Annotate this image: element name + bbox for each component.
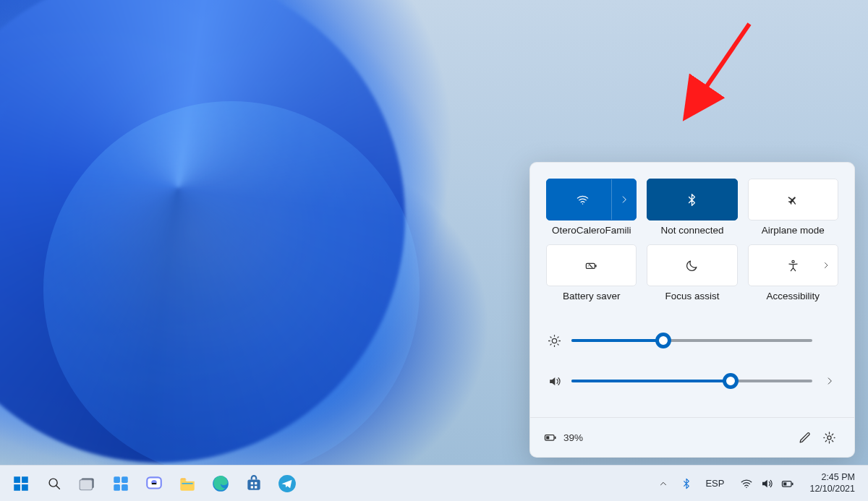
chevron-right-icon [822, 261, 830, 270]
svg-rect-14 [22, 484, 28, 491]
battery-percent-text: 39% [563, 432, 583, 443]
airplane-mode-label: Airplane mode [748, 225, 838, 236]
chevron-right-icon [619, 194, 629, 205]
bluetooth-icon [685, 193, 699, 207]
telegram-button[interactable] [272, 468, 302, 499]
gear-icon [822, 431, 836, 445]
widgets-button[interactable] [106, 468, 136, 499]
battery-saver-label: Battery saver [546, 291, 637, 301]
annotation-arrow [655, 18, 764, 127]
sliders-section [546, 317, 838, 414]
accessibility-icon [786, 259, 800, 273]
search-button[interactable] [39, 468, 69, 499]
svg-point-5 [792, 260, 794, 262]
microsoft-store-button[interactable] [239, 468, 269, 499]
task-view-button[interactable] [72, 468, 103, 499]
chevron-right-icon [825, 376, 835, 386]
svg-point-10 [827, 435, 830, 439]
svg-rect-17 [80, 479, 92, 489]
volume-icon [548, 374, 561, 388]
svg-point-1 [582, 203, 584, 205]
svg-point-6 [552, 338, 556, 343]
svg-rect-30 [251, 486, 253, 488]
svg-rect-25 [182, 482, 192, 484]
svg-rect-18 [114, 476, 120, 483]
battery-saver-icon [584, 259, 598, 273]
battery-status[interactable]: 39% [543, 430, 583, 445]
battery-icon [780, 476, 795, 491]
svg-point-4 [588, 265, 589, 266]
airplane-icon [786, 193, 800, 207]
svg-rect-9 [546, 436, 549, 439]
svg-point-33 [746, 487, 748, 488]
battery-icon [543, 430, 558, 445]
svg-rect-13 [14, 484, 20, 491]
search-icon [46, 476, 62, 492]
svg-rect-8 [555, 437, 556, 439]
pencil-icon [798, 431, 812, 445]
svg-rect-19 [122, 476, 128, 483]
svg-rect-28 [251, 481, 253, 484]
quick-settings-flyout: OteroCaleroFamili Not connected Airplane… [529, 162, 855, 458]
svg-rect-3 [595, 265, 597, 267]
volume-icon [760, 477, 773, 490]
language-indicator[interactable]: ESP [699, 475, 730, 492]
clock-date: 12/10/2021 [809, 484, 855, 495]
settings-button[interactable] [817, 425, 841, 450]
start-button[interactable] [6, 468, 36, 499]
battery-saver-tile[interactable] [546, 244, 637, 286]
quick-settings-tiles: OteroCaleroFamili Not connected Airplane… [546, 179, 838, 301]
task-view-icon [78, 474, 97, 493]
svg-rect-36 [784, 482, 787, 485]
store-icon [244, 474, 263, 493]
taskbar-pinned-apps [6, 468, 302, 499]
edge-button[interactable] [205, 468, 236, 499]
system-tray: ESP 2:45 PM 12/10/2021 [653, 471, 862, 496]
chat-icon [145, 474, 163, 493]
tray-overflow-button[interactable] [653, 471, 673, 496]
svg-rect-27 [247, 479, 260, 489]
wifi-icon [576, 193, 590, 207]
moon-icon [685, 259, 699, 273]
chat-button[interactable] [139, 468, 169, 499]
brightness-icon [548, 334, 561, 348]
accessibility-tile[interactable] [748, 244, 838, 286]
svg-rect-31 [255, 486, 257, 488]
wifi-icon [740, 477, 753, 490]
widgets-icon [111, 474, 130, 493]
svg-rect-21 [122, 484, 128, 491]
wifi-label: OteroCaleroFamili [546, 225, 637, 236]
clock-time: 2:45 PM [809, 472, 855, 484]
edit-quick-settings-button[interactable] [792, 425, 817, 450]
windows-icon [12, 474, 30, 493]
bluetooth-label: Not connected [647, 225, 737, 236]
chevron-up-icon [658, 479, 668, 489]
volume-slider-row [548, 361, 837, 401]
airplane-mode-tile[interactable] [748, 179, 838, 220]
wifi-tile[interactable] [546, 179, 637, 220]
brightness-slider[interactable] [571, 339, 812, 342]
wifi-expand-button[interactable] [611, 179, 636, 220]
volume-output-button[interactable] [822, 376, 837, 386]
brightness-slider-row [548, 320, 837, 361]
svg-rect-20 [114, 484, 120, 491]
svg-line-0 [690, 24, 749, 111]
accessibility-label: Accessibility [748, 291, 838, 301]
volume-slider[interactable] [571, 380, 812, 382]
tray-bluetooth-icon[interactable] [676, 471, 697, 496]
bluetooth-tile[interactable] [647, 179, 737, 220]
clock-button[interactable]: 2:45 PM 12/10/2021 [805, 471, 862, 496]
edge-icon [211, 474, 230, 493]
folder-icon [178, 474, 197, 493]
focus-assist-label: Focus assist [647, 291, 737, 301]
file-explorer-button[interactable] [172, 468, 203, 499]
telegram-icon [278, 474, 297, 493]
svg-rect-12 [22, 476, 28, 483]
taskbar: ESP 2:45 PM 12/10/2021 [0, 465, 868, 501]
svg-rect-35 [792, 482, 793, 484]
svg-rect-29 [255, 481, 257, 484]
bluetooth-icon [681, 478, 692, 489]
focus-assist-tile[interactable] [647, 244, 737, 286]
network-volume-battery-button[interactable] [733, 474, 802, 494]
svg-rect-11 [14, 476, 20, 483]
